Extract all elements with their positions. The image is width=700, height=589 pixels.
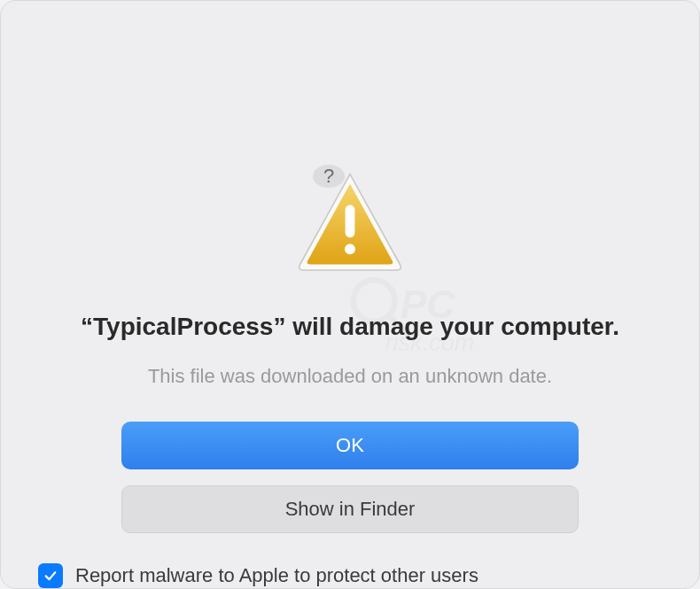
warning-icon xyxy=(292,167,408,282)
svg-rect-4 xyxy=(346,205,355,238)
svg-point-5 xyxy=(345,244,355,254)
report-malware-checkbox[interactable] xyxy=(38,563,63,588)
checkmark-icon xyxy=(43,568,58,584)
button-stack: OK Show in Finder xyxy=(121,422,579,533)
show-in-finder-button[interactable]: Show in Finder xyxy=(121,485,579,533)
report-malware-label: Report malware to Apple to protect other… xyxy=(75,564,478,587)
dialog-subtitle: This file was downloaded on an unknown d… xyxy=(95,365,605,388)
gatekeeper-dialog: PC risk.com ? “TypicalProcess” will dama… xyxy=(0,0,700,589)
ok-button[interactable]: OK xyxy=(121,422,579,469)
dialog-title: “TypicalProcess” will damage your comput… xyxy=(27,310,673,344)
report-malware-row: Report malware to Apple to protect other… xyxy=(1,563,699,588)
